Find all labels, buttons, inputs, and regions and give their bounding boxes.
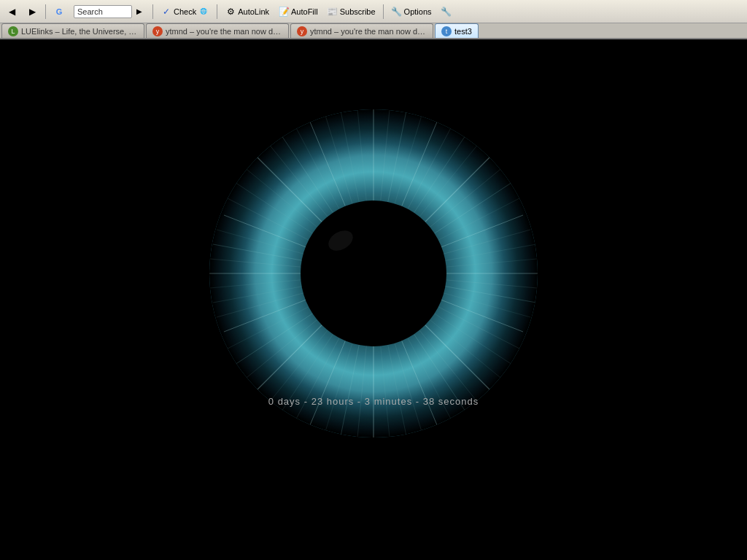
check-icon: ✓	[160, 6, 172, 18]
search-input-wrap[interactable]: Search	[74, 5, 132, 18]
google-icon: G	[53, 6, 65, 18]
subscribe-button[interactable]: 📰 Subscribe	[324, 4, 379, 19]
eye-container	[209, 109, 538, 438]
tab-label-ytmnd-1: ytmnd – you're the man now dog!	[166, 27, 282, 36]
separator-4	[383, 4, 384, 19]
tab-icon-test3: t	[441, 26, 452, 36]
pupil	[301, 201, 446, 346]
tab-label-luelinks: LUElinks – Life, the Universe, and Every…	[21, 27, 138, 36]
tab-test3[interactable]: t test3	[435, 23, 479, 38]
autolink-label: AutoLink	[238, 7, 269, 16]
separator-1	[45, 4, 46, 19]
search-label: Search	[77, 7, 103, 16]
autofill-button[interactable]: 📝 AutoFill	[275, 4, 321, 19]
forward-icon: ▶	[26, 6, 38, 18]
main-content: 0 days - 23 hours - 3 minutes - 38 secon…	[0, 39, 747, 560]
autolink-icon: ⚙	[225, 6, 236, 18]
options-label: Options	[404, 7, 432, 16]
autofill-label: AutoFill	[291, 7, 318, 16]
countdown-text: 0 days - 23 hours - 3 minutes - 38 secon…	[268, 396, 479, 407]
iris-svg	[209, 109, 538, 438]
tab-luelinks[interactable]: L LUElinks – Life, the Universe, and Eve…	[1, 23, 144, 38]
tab-ytmnd-2[interactable]: y ytmnd – you're the man now dog!	[290, 23, 433, 38]
check-button[interactable]: ✓ Check 🌐	[158, 4, 212, 19]
back-icon: ◀	[6, 6, 18, 18]
wrench-icon: 🔧	[441, 6, 452, 18]
back-button[interactable]: ◀	[3, 4, 20, 19]
options-button[interactable]: 🔧 Options	[388, 4, 435, 19]
separator-2	[152, 4, 153, 19]
check-dropdown-icon: 🌐	[198, 6, 209, 18]
subscribe-icon: 📰	[327, 6, 338, 18]
tab-icon-luelinks: L	[8, 26, 18, 36]
forward-button[interactable]: ▶	[23, 4, 41, 19]
google-button[interactable]: G	[50, 4, 68, 19]
tabs-bar: L LUElinks – Life, the Universe, and Eve…	[0, 23, 747, 39]
autolink-button[interactable]: ⚙ AutoLink	[222, 4, 272, 19]
tab-icon-ytmnd-2: y	[297, 26, 307, 36]
tab-icon-ytmnd-1: y	[152, 26, 163, 36]
tab-label-ytmnd-2: ytmnd – you're the man now dog!	[310, 27, 427, 36]
separator-3	[217, 4, 217, 19]
tab-label-test3: test3	[454, 27, 472, 36]
iris	[209, 109, 538, 438]
options-icon: 🔧	[391, 6, 403, 18]
subscribe-label: Subscribe	[340, 7, 376, 16]
search-bar[interactable]: Search ▶	[71, 4, 148, 20]
options-extra-button[interactable]: 🔧	[438, 4, 455, 19]
toolbar: ◀ ▶ G Search ▶ ✓ Check 🌐 ⚙ AutoLink 📝 Au…	[0, 0, 747, 23]
tab-ytmnd-1[interactable]: y ytmnd – you're the man now dog!	[146, 23, 289, 38]
search-go-icon: ▶	[133, 6, 145, 18]
autofill-icon: 📝	[278, 6, 290, 18]
check-label: Check	[174, 7, 196, 16]
